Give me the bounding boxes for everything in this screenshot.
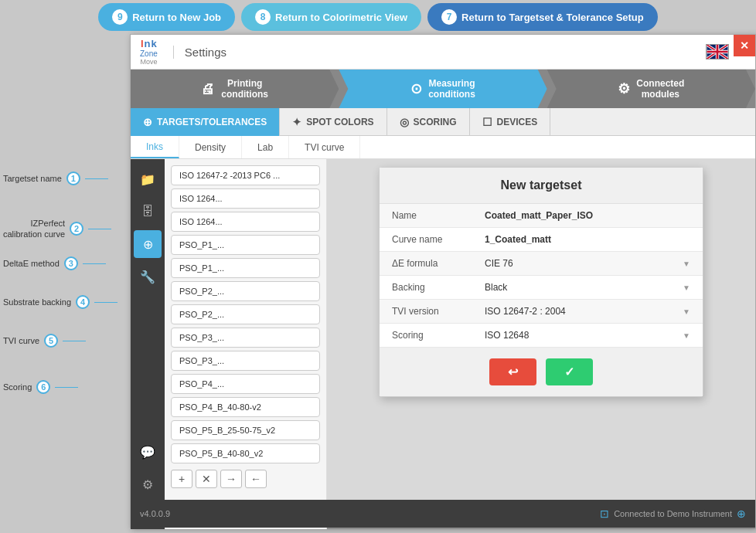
dialog-select-val-delta: CIE 76 <box>485 258 513 269</box>
list-toolbar: + ✕ → ← <box>171 470 320 488</box>
callout-5-line <box>63 341 86 341</box>
logo-k: k <box>152 38 157 49</box>
scoring-icon: ◎ <box>400 116 409 128</box>
callout-1: Targetset name 1 <box>3 171 108 185</box>
sub-tab-density[interactable]: Density <box>179 136 242 158</box>
return-to-colorimetric-button[interactable]: 8 Return to Colorimetric View <box>241 3 421 31</box>
list-item-2[interactable]: ISO 1264... <box>171 212 320 232</box>
callout-3-num: 3 <box>64 256 78 270</box>
callout-4-num: 4 <box>76 295 90 309</box>
dialog-value-name[interactable]: Coated_matt_Paper_ISO <box>485 210 690 221</box>
sub-tab-inks[interactable]: Inks <box>131 136 179 158</box>
list-item-1[interactable]: ISO 1264... <box>171 188 320 209</box>
tab-spotcolors[interactable]: ✦ SPOT COLORS <box>280 108 387 136</box>
top-nav: 9 Return to New Job 8 Return to Colorime… <box>0 0 756 34</box>
spotcolors-icon: ✦ <box>292 116 301 128</box>
callout-6-line <box>55 387 78 388</box>
dropdown-arrow-tvi: ▼ <box>683 307 690 316</box>
dialog-row-tvi: TVI version ISO 12647-2 : 2004 ▼ <box>380 300 703 324</box>
sidebar-database[interactable]: 🗄 <box>134 198 162 226</box>
callout-4-line <box>94 302 117 303</box>
logo: I n k Zone Move <box>140 38 158 66</box>
dialog-cancel-button[interactable]: ↩ <box>489 358 536 385</box>
dialog-select-scoring[interactable]: ISO 12648 ▼ <box>485 330 690 341</box>
list-item-5[interactable]: PSO_P2_... <box>171 281 320 301</box>
tab-scoring-label: SCORING <box>414 117 457 127</box>
step-printing[interactable]: 🖨 Printing conditions <box>131 70 339 108</box>
sub-tab-lab[interactable]: Lab <box>242 136 289 158</box>
dialog-select-val-scoring: ISO 12648 <box>485 330 529 341</box>
step-connected[interactable]: ⚙ Connected modules <box>547 70 755 108</box>
dialog-confirm-button[interactable]: ✓ <box>546 358 593 385</box>
callouts-overlay: Targetset name 1 IZPerfectcalibration cu… <box>0 34 130 528</box>
list-item-7[interactable]: PSO_P3_... <box>171 328 320 348</box>
return-to-targetset-button[interactable]: 7 Return to Targetset & Tolerance Setup <box>427 3 658 31</box>
measuring-text: Measuring conditions <box>428 78 475 100</box>
return-to-new-job-label: Return to New Job <box>132 12 221 23</box>
callout-6-num: 6 <box>36 380 50 394</box>
list-item-8[interactable]: PSO_P3_... <box>171 351 320 371</box>
list-item-6[interactable]: PSO_P2_... <box>171 304 320 324</box>
tab-targets[interactable]: ⊕ TARGETS/TOLERANCES <box>131 108 280 136</box>
dropdown-arrow-delta: ▼ <box>683 260 690 268</box>
dialog-overlay: New targetset Name Coated_matt_Paper_ISO… <box>327 159 755 529</box>
return-to-new-job-button[interactable]: 9 Return to New Job <box>98 3 235 31</box>
dialog-label-delta: ΔE formula <box>392 258 485 269</box>
printing-text: Printing conditions <box>221 78 268 100</box>
status-bar: v4.0.0.9 ⊡ Connected to Demo Instrument … <box>131 500 755 528</box>
list-item-11[interactable]: PSO_P5_B_25-50-75_v2 <box>171 420 320 440</box>
dialog-label-name: Name <box>392 210 485 221</box>
list-item-9[interactable]: PSO_P4_... <box>171 374 320 394</box>
callout-3-line <box>83 263 106 264</box>
sidebar-gear[interactable]: ⚙ <box>134 470 162 498</box>
list-item-12[interactable]: PSO_P5_B_40-80_v2 <box>171 443 320 463</box>
close-button[interactable]: ✕ <box>734 35 755 56</box>
dialog-label-backing: Backing <box>392 282 485 293</box>
dropdown-arrow-scoring: ▼ <box>683 331 690 340</box>
import-button[interactable]: ← <box>245 470 267 488</box>
sub-tab-tvi[interactable]: TVI curve <box>289 136 360 158</box>
callout-4-label: Substrate backing <box>3 297 71 307</box>
dialog-row-curve: Curve name 1_Coated_matt <box>380 228 703 252</box>
dialog-row-name: Name Coated_matt_Paper_ISO <box>380 204 703 228</box>
return-to-targetset-label: Return to Targetset & Tolerance Setup <box>461 12 644 23</box>
sidebar-target[interactable]: ⊕ <box>134 230 162 258</box>
new-targetset-dialog: New targetset Name Coated_matt_Paper_ISO… <box>379 167 703 397</box>
logo-n: n <box>145 38 151 49</box>
connection-info: ⊡ Connected to Demo Instrument ⊕ <box>600 508 746 520</box>
sidebar-help[interactable]: 💬 <box>134 438 162 466</box>
step-measuring[interactable]: ⊙ Measuring conditions <box>339 70 547 108</box>
callout-2-num: 2 <box>70 222 83 236</box>
version-label: v4.0.0.9 <box>140 509 170 518</box>
tab-scoring[interactable]: ◎ SCORING <box>387 108 470 136</box>
add-button[interactable]: + <box>171 470 192 488</box>
callout-2-label: IZPerfectcalibration curve <box>3 218 65 240</box>
callout-1-num: 1 <box>66 171 80 185</box>
tab-devices[interactable]: ☐ DEVICES <box>470 108 551 136</box>
uk-flag[interactable] <box>706 44 729 59</box>
list-item-3[interactable]: PSO_P1_... <box>171 235 320 255</box>
list-item-10[interactable]: PSO_P4_B_40-80-v2 <box>171 397 320 417</box>
list-item-4[interactable]: PSO_P1_... <box>171 258 320 278</box>
dialog-title: New targetset <box>380 168 703 204</box>
nav-num-9: 9 <box>112 9 128 25</box>
callout-3: DeltaE method 3 <box>3 256 106 270</box>
callout-5-label: TVI curve <box>3 336 39 345</box>
dialog-select-tvi[interactable]: ISO 12647-2 : 2004 ▼ <box>485 306 690 317</box>
dialog-row-backing: Backing Black ▼ <box>380 276 703 300</box>
callout-1-line <box>85 178 108 179</box>
nav-num-8: 8 <box>255 9 271 25</box>
dialog-select-backing[interactable]: Black ▼ <box>485 282 690 293</box>
tab-devices-label: DEVICES <box>497 117 538 127</box>
dialog-select-delta[interactable]: CIE 76 ▼ <box>485 258 690 269</box>
dialog-value-curve[interactable]: 1_Coated_matt <box>485 234 690 245</box>
connected-text: Connected modules <box>636 78 684 100</box>
connection-icon: ⊡ <box>600 508 609 520</box>
sidebar-settings[interactable]: 🔧 <box>134 263 162 290</box>
export-button[interactable]: → <box>220 470 242 488</box>
sidebar-folder[interactable]: 📁 <box>134 165 162 193</box>
list-item-0[interactable]: ISO 12647-2 -2013 PC6 ... <box>171 165 320 185</box>
delete-button[interactable]: ✕ <box>196 470 217 488</box>
logo-zone: Zone <box>140 49 158 58</box>
dialog-select-val-tvi: ISO 12647-2 : 2004 <box>485 306 566 317</box>
